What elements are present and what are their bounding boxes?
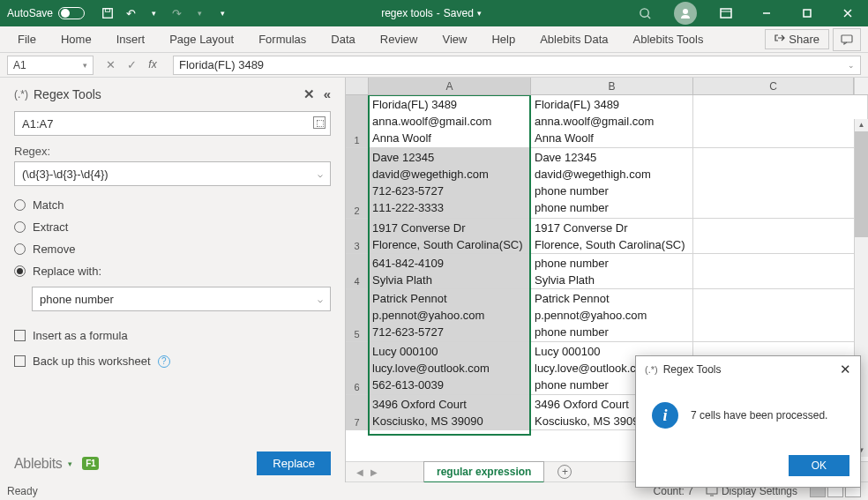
cell[interactable]: 1917 Converse Dr Florence, South Carolin…	[531, 219, 693, 253]
tab-help[interactable]: Help	[479, 26, 528, 53]
tab-formulas[interactable]: Formulas	[246, 26, 318, 53]
save-icon[interactable]	[101, 6, 115, 20]
select-all-corner[interactable]	[346, 78, 369, 94]
replace-button[interactable]: Replace	[257, 451, 331, 475]
enter-icon[interactable]: ✓	[123, 58, 139, 71]
status-ready: Ready	[7, 485, 38, 497]
chevron-down-icon[interactable]: ▾	[477, 9, 482, 18]
col-header-b[interactable]: B	[531, 78, 693, 94]
pane-collapse-icon[interactable]: «	[324, 86, 331, 102]
cell[interactable]: Lucy 000100 lucy.love@outlook.com 562-61…	[369, 342, 531, 394]
share-label: Share	[789, 33, 819, 46]
sheet-next-icon[interactable]: ▶	[370, 467, 378, 477]
formula-bar: A1 ▾ ✕ ✓ fx Florida(FL) 3489 ⌄	[0, 53, 868, 78]
col-header-a[interactable]: A	[369, 78, 531, 94]
chevron-down-icon: ▾	[83, 61, 87, 70]
cell[interactable]	[693, 148, 868, 218]
expand-formula-icon[interactable]: ⌄	[848, 61, 855, 70]
help-icon[interactable]: ?	[158, 355, 170, 368]
redo-icon[interactable]: ↷	[169, 6, 183, 20]
user-avatar[interactable]	[665, 0, 706, 26]
tab-view[interactable]: View	[430, 26, 479, 53]
name-box[interactable]: A1 ▾	[7, 56, 94, 75]
cell[interactable]: 3496 Oxford Court Kosciusko, MS 39090	[369, 395, 531, 429]
tab-ablebits-tools[interactable]: Ablebits Tools	[620, 26, 715, 53]
tab-file[interactable]: File	[5, 26, 49, 53]
tab-review[interactable]: Review	[368, 26, 430, 53]
cell[interactable]	[693, 289, 868, 341]
fx-icon[interactable]: fx	[145, 58, 161, 71]
formula-input[interactable]: Florida(FL) 3489 ⌄	[173, 56, 861, 75]
undo-icon[interactable]: ↶	[123, 6, 138, 20]
tab-home[interactable]: Home	[49, 26, 104, 53]
replace-value-input[interactable]: phone number ⌵	[32, 287, 331, 311]
search-icon[interactable]	[625, 0, 665, 26]
cell[interactable]: 1917 Converse Dr Florence, South Carolin…	[369, 219, 531, 253]
cell[interactable]	[693, 95, 868, 147]
add-sheet-button[interactable]: +	[555, 462, 574, 481]
table-row: 5Patrick Pennot p.pennot@yahoo.com 712-6…	[346, 289, 868, 342]
row-number[interactable]: 3	[346, 219, 369, 253]
radio-icon	[14, 221, 26, 233]
cell[interactable]: Dave 12345 david@wegethigh.com phone num…	[531, 148, 693, 218]
tab-ablebits-data[interactable]: Ablebits Data	[528, 26, 620, 53]
radio-match[interactable]: Match	[14, 198, 331, 212]
radio-extract[interactable]: Extract	[14, 220, 331, 234]
scroll-thumb[interactable]	[855, 131, 868, 237]
row-number[interactable]: 7	[346, 395, 369, 429]
qat-customize-icon[interactable]: ▾	[215, 6, 229, 20]
col-header-c[interactable]: C	[693, 78, 854, 94]
row-number[interactable]: 5	[346, 289, 369, 341]
row-number[interactable]: 2	[346, 148, 369, 218]
result-dialog: (.*) Regex Tools ✕ i 7 cells have been p…	[635, 355, 861, 488]
cell[interactable]: phone number Sylvia Plath	[531, 254, 693, 288]
table-row: 4641-842-4109 Sylvia Plathphone number S…	[346, 254, 868, 289]
ablebits-logo[interactable]: Ablebits ▾ F1	[14, 456, 99, 472]
cell[interactable]	[693, 219, 868, 253]
sheet-prev-icon[interactable]: ◀	[356, 467, 363, 477]
cell[interactable]: Dave 12345 david@wegethigh.com 712-623-5…	[369, 148, 531, 218]
cell[interactable]	[693, 254, 868, 288]
scroll-up-icon[interactable]: ▲	[855, 119, 868, 131]
range-selector-icon[interactable]	[313, 116, 326, 129]
dialog-close-icon[interactable]: ✕	[840, 362, 851, 377]
maximize-button[interactable]	[787, 0, 827, 26]
tab-data[interactable]: Data	[318, 26, 367, 53]
ribbon-display-icon[interactable]	[706, 0, 746, 26]
regex-input[interactable]: (\d{3}-\d{3}-\d{4}) ⌵	[14, 161, 331, 186]
checkbox-backup[interactable]: Back up this worksheet ?	[14, 354, 331, 368]
redo-dropdown-icon[interactable]: ▾	[192, 6, 206, 20]
ok-button[interactable]: OK	[789, 455, 849, 476]
autosave-toggle[interactable]: AutoSave	[0, 7, 92, 19]
close-button[interactable]	[827, 0, 868, 26]
minimize-button[interactable]	[746, 0, 787, 26]
regex-value: (\d{3}-\d{3}-\d{4})	[22, 168, 108, 181]
radio-remove[interactable]: Remove	[14, 243, 331, 256]
undo-dropdown-icon[interactable]: ▾	[146, 6, 161, 20]
tab-page-layout[interactable]: Page Layout	[157, 26, 246, 53]
svg-point-2	[640, 8, 647, 16]
tab-insert[interactable]: Insert	[104, 26, 158, 53]
table-row: 2Dave 12345 david@wegethigh.com 712-623-…	[346, 148, 868, 219]
row-number[interactable]: 1	[346, 95, 369, 147]
checkbox-formula[interactable]: Insert as a formula	[14, 329, 331, 342]
regex-icon: (.*)	[14, 88, 28, 101]
cell[interactable]: Florida(FL) 3489 anna.woolf@gmail.com An…	[369, 95, 531, 147]
checkbox-formula-label: Insert as a formula	[33, 329, 128, 342]
range-input[interactable]	[14, 111, 331, 136]
pane-close-icon[interactable]: ✕	[303, 86, 315, 102]
cancel-icon[interactable]: ✕	[102, 58, 118, 71]
svg-rect-0	[103, 9, 113, 19]
radio-replace[interactable]: Replace with:	[14, 265, 331, 278]
radio-icon	[14, 199, 26, 211]
cell[interactable]: Patrick Pennot p.pennot@yahoo.com 712-62…	[369, 289, 531, 341]
cell[interactable]: Patrick Pennot p.pennot@yahoo.com phone …	[531, 289, 693, 341]
row-number[interactable]: 6	[346, 342, 369, 394]
sheet-tab-active[interactable]: regular expression	[423, 461, 544, 483]
cell[interactable]: Florida(FL) 3489 anna.woolf@gmail.com An…	[531, 95, 693, 147]
row-number[interactable]: 4	[346, 254, 369, 288]
comments-button[interactable]	[833, 28, 861, 51]
dialog-message: 7 cells have been processed.	[691, 409, 827, 422]
cell[interactable]: 641-842-4109 Sylvia Plath	[369, 254, 531, 288]
share-button[interactable]: Share	[765, 29, 829, 49]
